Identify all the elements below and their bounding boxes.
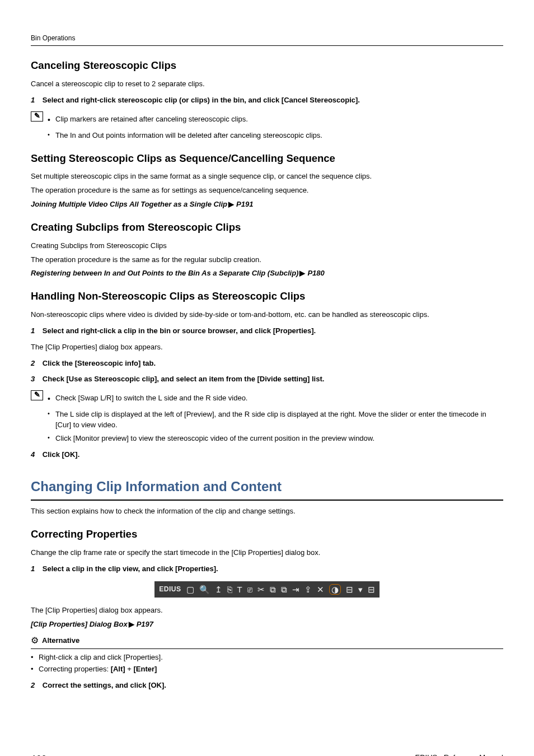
step-text: Click the [Stereoscopic info] tab. (43, 359, 156, 367)
up-icon[interactable]: ↥ (215, 585, 222, 594)
xref-text: [Clip Properties] Dialog Box (31, 619, 128, 630)
import-icon[interactable]: ⇪ (305, 585, 312, 594)
capture-icon[interactable]: ⎚ (247, 585, 252, 594)
step-1: 1 Select and right-click a clip in the b… (31, 326, 503, 337)
cross-reference[interactable]: Joining Multiple Video Clips All Togethe… (31, 199, 503, 210)
step-number: 1 (31, 326, 40, 335)
note-item: Check [Swap L/R] to switch the L side an… (48, 393, 503, 404)
doc-title: EDIUS - Reference Manual (415, 753, 503, 756)
xref-page: P180 (307, 268, 324, 279)
heading-canceling-stereoscopic: Canceling Stereoscopic Clips (31, 58, 503, 73)
cross-reference[interactable]: Registering between In and Out Points to… (31, 268, 503, 279)
note-sublist: The In and Out points information will b… (48, 130, 503, 141)
step-number: 3 (31, 375, 40, 383)
paragraph: The operation procedure is the same as f… (31, 185, 503, 196)
step-2: 2 Correct the settings, and click [OK]. (31, 680, 503, 691)
kbd-enter: [Enter] (133, 665, 157, 673)
step-number: 4 (31, 450, 40, 459)
note-sublist: The L side clip is displayed at the left… (48, 409, 503, 444)
dropdown-icon[interactable]: ▾ (358, 585, 363, 594)
step-number: 2 (31, 681, 40, 689)
edius-toolbar: EDIUS ▢ 🔍 ↥ ⎘ T ⎚ ✂ ⧉ ⧉ ⇥ ⇪ ✕ ◑ ⊟ ▾ ⊟ (154, 581, 379, 598)
alternative-item: Correcting properties: [Alt] + [Enter] (31, 664, 503, 675)
step-text: Check [Use as Stereoscopic clip], and se… (43, 375, 325, 383)
properties-icon[interactable]: ◑ (329, 584, 341, 595)
paragraph: This section explains how to check the i… (31, 506, 503, 517)
note-icon: ✎ (31, 390, 43, 400)
heading-correcting-properties: Correcting Properties (31, 527, 503, 542)
plus: + (125, 665, 134, 673)
export-icon[interactable]: ⇥ (292, 585, 299, 594)
heading-handling-nonstereo: Handling Non-Stereoscopic Clips as Stere… (31, 289, 503, 304)
note-icon: ✎ (31, 111, 43, 122)
delete-icon[interactable]: ✕ (317, 585, 324, 594)
note-list: Clip markers are retained after cancelin… (48, 111, 503, 128)
step-text: Select and right-click a clip in the bin… (43, 326, 316, 335)
running-header: Bin Operations (31, 34, 503, 46)
paragraph: Creating Subclips from Stereoscopic Clip… (31, 241, 503, 251)
note-item: The L side clip is displayed at the left… (48, 409, 503, 431)
step-text: Correct the settings, and click [OK]. (43, 681, 166, 689)
note-item: The In and Out points information will b… (48, 130, 503, 141)
note-item: Click [Monitor preview] to view the ster… (48, 433, 503, 444)
page-number: 196 (31, 753, 46, 756)
alternative-heading: ⚙ Alternative (31, 634, 503, 648)
step-4: 4 Click [OK]. (31, 450, 503, 460)
paste-icon[interactable]: ⧉ (281, 585, 287, 594)
heading-setting-sequence: Setting Stereoscopic Clips as Sequence/C… (31, 151, 503, 166)
view-icon[interactable]: ⊟ (346, 585, 353, 594)
xref-text: Registering between In and Out Points to… (31, 268, 298, 279)
triangle-icon: ▶ (129, 619, 134, 630)
step-number: 2 (31, 359, 40, 367)
note-block: ✎ Clip markers are retained after cancel… (31, 111, 503, 128)
toolbar-screenshot: EDIUS ▢ 🔍 ↥ ⎘ T ⎚ ✂ ⧉ ⧉ ⇥ ⇪ ✕ ◑ ⊟ ▾ ⊟ (31, 581, 503, 598)
xref-page: P191 (236, 199, 253, 210)
gear-icon: ⚙ (31, 634, 39, 647)
alternative-item: Right-click a clip and click [Properties… (31, 652, 503, 663)
paragraph: Non-stereoscopic clips where video is di… (31, 310, 503, 320)
step-number: 1 (31, 96, 40, 104)
step-text: Select and right-click stereoscopic clip… (43, 96, 360, 104)
heading-changing-clip-info: Changing Clip Information and Content (31, 477, 503, 501)
paragraph: Set multiple stereoscopic clips in the s… (31, 171, 503, 182)
step-text: Click [OK]. (43, 450, 79, 459)
copy-icon[interactable]: ⧉ (270, 585, 276, 594)
heading-creating-subclips: Creating Subclips from Stereoscopic Clip… (31, 220, 503, 235)
cut-icon[interactable]: ✂ (257, 585, 265, 594)
alternative-label: Alternative (42, 636, 79, 646)
new-icon[interactable]: ⎘ (227, 585, 232, 594)
cross-reference[interactable]: [Clip Properties] Dialog Box ▶ P197 (31, 619, 503, 630)
toolbar-label: EDIUS (159, 586, 181, 592)
settings-icon[interactable]: ⊟ (368, 585, 375, 594)
step-1: 1 Select a clip in the clip view, and cl… (31, 564, 503, 575)
step-2: 2 Click the [Stereoscopic info] tab. (31, 358, 503, 369)
search-icon[interactable]: 🔍 (199, 585, 210, 594)
step-number: 1 (31, 564, 40, 573)
alternative-list: Right-click a clip and click [Properties… (31, 652, 503, 675)
xref-text: Joining Multiple Video Clips All Togethe… (31, 199, 227, 210)
paragraph: Cancel a stereoscopic clip to reset to 2… (31, 79, 503, 90)
title-icon[interactable]: T (237, 585, 242, 594)
page-footer: 196 EDIUS - Reference Manual (31, 753, 503, 756)
folder-icon[interactable]: ▢ (186, 585, 194, 594)
paragraph: Change the clip frame rate or specify th… (31, 548, 503, 558)
note-list: Check [Swap L/R] to switch the L side an… (48, 390, 503, 407)
step-text: Select a clip in the clip view, and clic… (43, 564, 218, 573)
step-1: 1 Select and right-click stereoscopic cl… (31, 95, 503, 106)
triangle-icon: ▶ (299, 268, 305, 279)
kbd-alt: [Alt] (111, 665, 125, 673)
paragraph: The [Clip Properties] dialog box appears… (31, 605, 503, 616)
paragraph: The operation procedure is the same as f… (31, 255, 503, 265)
xref-page: P197 (137, 619, 153, 630)
paragraph: The [Clip Properties] dialog box appears… (31, 342, 503, 353)
triangle-icon: ▶ (228, 199, 234, 210)
note-item: Clip markers are retained after cancelin… (48, 114, 503, 125)
alt-prefix: Correcting properties: (39, 665, 111, 673)
note-block: ✎ Check [Swap L/R] to switch the L side … (31, 390, 503, 407)
step-3: 3 Check [Use as Stereoscopic clip], and … (31, 374, 503, 385)
